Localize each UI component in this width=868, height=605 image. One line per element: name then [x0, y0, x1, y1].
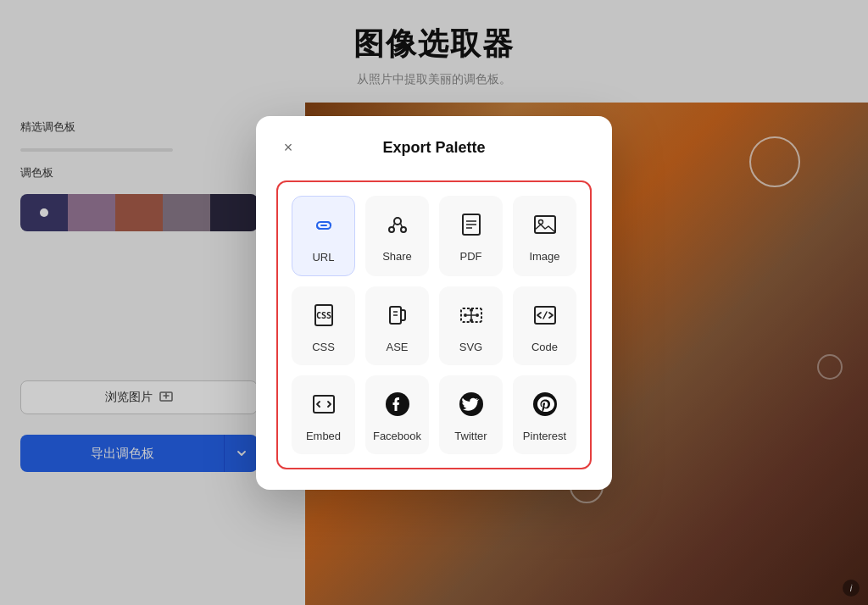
export-item-url[interactable]: URL	[292, 196, 355, 276]
svg-point-3	[401, 227, 406, 232]
svg-label: SVG	[459, 341, 482, 353]
url-label: URL	[312, 251, 334, 264]
export-item-css[interactable]: CSS CSS	[292, 286, 355, 365]
export-item-ase[interactable]: ASE	[365, 286, 429, 365]
export-grid: URL Share	[276, 180, 592, 469]
svg-text:CSS: CSS	[315, 311, 331, 320]
share-label: Share	[382, 250, 412, 263]
css-icon: CSS	[307, 298, 341, 332]
svg-point-19	[476, 314, 479, 317]
pinterest-label: Pinterest	[523, 430, 566, 442]
image-icon	[528, 208, 562, 241]
svg-point-20	[470, 308, 473, 312]
export-item-share[interactable]: Share	[365, 196, 429, 276]
facebook-icon	[381, 387, 415, 421]
code-icon	[528, 298, 562, 332]
svg-point-18	[464, 314, 467, 317]
embed-icon	[307, 387, 341, 421]
pdf-label: PDF	[460, 250, 482, 263]
svg-icon	[454, 298, 488, 332]
svg-line-4	[392, 223, 394, 227]
svg-point-2	[389, 227, 394, 232]
svg-point-11	[538, 219, 542, 224]
twitter-icon	[454, 387, 488, 421]
export-item-pinterest[interactable]: Pinterest	[513, 375, 576, 454]
facebook-label: Facebook	[373, 430, 421, 442]
modal-backdrop: × Export Palette URL	[0, 0, 868, 605]
ase-icon	[381, 298, 415, 332]
export-item-code[interactable]: Code	[513, 286, 576, 365]
modal-header: × Export Palette	[276, 136, 592, 160]
pinterest-icon	[528, 387, 562, 421]
share-icon	[381, 208, 415, 241]
export-item-image[interactable]: Image	[513, 196, 576, 276]
export-item-twitter[interactable]: Twitter	[439, 375, 503, 454]
ase-label: ASE	[386, 341, 408, 353]
export-item-pdf[interactable]: PDF	[439, 196, 503, 276]
export-item-facebook[interactable]: Facebook	[365, 375, 429, 454]
url-icon	[307, 208, 341, 242]
close-button[interactable]: ×	[276, 136, 300, 160]
twitter-label: Twitter	[454, 430, 487, 442]
code-label: Code	[531, 341, 558, 353]
svg-line-5	[400, 223, 402, 227]
image-label: Image	[529, 250, 559, 263]
css-label: CSS	[312, 341, 335, 353]
export-modal: × Export Palette URL	[256, 116, 612, 490]
svg-point-1	[394, 218, 401, 225]
svg-rect-10	[535, 216, 555, 233]
modal-title: Export Palette	[300, 139, 568, 157]
export-item-embed[interactable]: Embed	[292, 375, 355, 454]
embed-label: Embed	[306, 430, 341, 442]
svg-point-21	[470, 319, 473, 322]
export-item-svg[interactable]: SVG	[439, 286, 503, 365]
svg-line-25	[543, 312, 547, 319]
pdf-icon	[454, 208, 488, 241]
